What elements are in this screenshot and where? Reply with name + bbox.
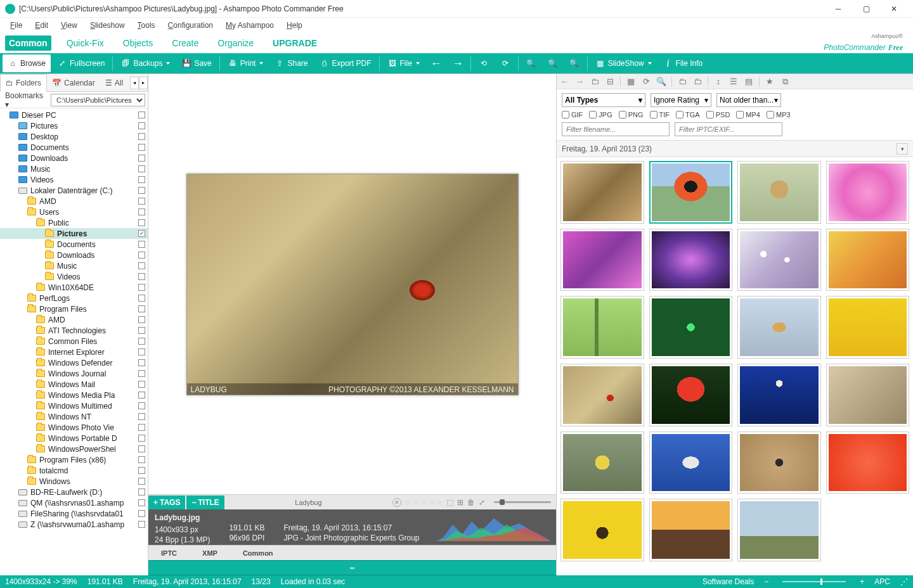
tab-objects[interactable]: Objects bbox=[119, 35, 157, 51]
software-deals-link[interactable]: Software Deals bbox=[703, 577, 754, 586]
thumbnail[interactable] bbox=[649, 161, 733, 224]
tree-node[interactable]: ATI Technologies bbox=[0, 325, 148, 336]
thumbnail[interactable] bbox=[560, 431, 644, 494]
tree-checkbox[interactable] bbox=[138, 133, 145, 140]
menu-my-ashampoo[interactable]: My Ashampoo bbox=[221, 20, 279, 31]
tree-node[interactable]: QM (\\ashsrvnas01.ashamp bbox=[0, 497, 148, 508]
close-button[interactable]: ✕ bbox=[880, 0, 908, 18]
bookmarks-dropdown[interactable]: Bookmarks ▾ bbox=[3, 90, 48, 110]
tree-node[interactable]: Windows Photo Vie bbox=[0, 422, 148, 433]
rotate-right-button[interactable]: ⟳ bbox=[495, 54, 515, 72]
tree-checkbox[interactable] bbox=[138, 144, 145, 151]
tree-checkbox[interactable] bbox=[138, 359, 145, 366]
meta-tab-iptc[interactable]: IPTC bbox=[148, 547, 190, 559]
tree-checkbox[interactable] bbox=[138, 198, 145, 205]
tree-node[interactable]: Documents bbox=[0, 239, 148, 250]
file-button[interactable]: 🖼File bbox=[382, 54, 425, 72]
next-button[interactable]: → bbox=[448, 54, 468, 72]
tree-checkbox[interactable] bbox=[138, 165, 145, 172]
folder-icon[interactable]: 🗀 bbox=[677, 77, 687, 87]
nav-back-icon[interactable]: ← bbox=[559, 77, 569, 87]
tab-scroll-left[interactable]: ◂ bbox=[130, 77, 139, 89]
tree-checkbox[interactable] bbox=[138, 338, 145, 345]
calendar-tab[interactable]: 📅Calendar bbox=[47, 74, 100, 92]
tree-checkbox[interactable] bbox=[138, 155, 145, 162]
tree-node[interactable]: Lokaler Datenträger (C:) bbox=[0, 185, 148, 196]
rating-stars[interactable]: ☆☆☆☆☆ bbox=[405, 498, 443, 507]
thumbnail[interactable] bbox=[649, 364, 733, 426]
thumbnail[interactable] bbox=[737, 499, 821, 561]
tree-checkbox[interactable] bbox=[138, 273, 145, 280]
grid-icon[interactable]: ▦ bbox=[626, 77, 636, 87]
add-tags-button[interactable]: +TAGS bbox=[148, 495, 185, 509]
tree-node[interactable]: Windows Defender bbox=[0, 357, 148, 368]
preview-area[interactable]: LADYBUGPHOTOGRAPHY ©2013 ALEXANDER KESSE… bbox=[148, 74, 556, 494]
tree-checkbox[interactable] bbox=[138, 284, 145, 291]
format-check-tga[interactable]: TGA bbox=[676, 111, 700, 118]
thumbnail[interactable] bbox=[737, 431, 821, 494]
tree-checkbox[interactable] bbox=[138, 521, 145, 528]
list-icon[interactable]: ☰ bbox=[728, 77, 739, 87]
tree-node[interactable]: Documents bbox=[0, 142, 148, 153]
tree-checkbox[interactable] bbox=[138, 370, 145, 377]
thumbnail[interactable] bbox=[560, 364, 644, 426]
print-button[interactable]: 🖶Print bbox=[223, 54, 269, 72]
tree-checkbox[interactable] bbox=[138, 478, 145, 485]
prev-button[interactable]: ← bbox=[426, 54, 446, 72]
thumbnail[interactable] bbox=[826, 229, 910, 291]
nav-fwd-icon[interactable]: → bbox=[574, 77, 585, 87]
format-check-mp3[interactable]: MP3 bbox=[767, 111, 791, 118]
menu-file[interactable]: File bbox=[5, 20, 27, 31]
tree-checkbox[interactable] bbox=[138, 122, 145, 129]
tree-checkbox[interactable] bbox=[138, 252, 145, 259]
tree-node[interactable]: Common Files bbox=[0, 336, 148, 347]
tree-node[interactable]: Windows Mail bbox=[0, 379, 148, 390]
format-check-gif[interactable]: GIF bbox=[562, 111, 583, 118]
tree-checkbox[interactable] bbox=[138, 510, 145, 517]
tree-node[interactable]: Windows Media Pla bbox=[0, 390, 148, 400]
thumbnail[interactable] bbox=[560, 296, 644, 359]
meta-tab-common[interactable]: Common bbox=[230, 547, 286, 559]
menu-configuration[interactable]: Configuration bbox=[163, 20, 218, 31]
thumbnail[interactable] bbox=[826, 364, 910, 426]
trash-icon[interactable]: 🗑 bbox=[467, 498, 475, 507]
tree-node[interactable]: totalcmd bbox=[0, 465, 148, 476]
tree-node[interactable]: Pictures bbox=[0, 228, 148, 239]
group-dropdown-icon[interactable]: ▾ bbox=[897, 143, 908, 155]
thumbnail[interactable] bbox=[649, 229, 733, 291]
tree-node[interactable]: AMD bbox=[0, 196, 148, 207]
filter-filename-input[interactable] bbox=[562, 122, 670, 136]
tree-node[interactable]: AMD bbox=[0, 314, 148, 325]
tree-node[interactable]: Program Files bbox=[0, 304, 148, 314]
tab-quick-fix[interactable]: Quick-Fix bbox=[63, 35, 108, 51]
tree-node[interactable]: Internet Explorer bbox=[0, 347, 148, 357]
zoom-in-button[interactable]: 🔍 bbox=[564, 54, 585, 72]
tree-checkbox[interactable] bbox=[138, 305, 145, 312]
preview-zoom-slider[interactable] bbox=[494, 501, 551, 503]
format-check-psd[interactable]: PSD bbox=[706, 111, 730, 118]
details-icon[interactable]: ▤ bbox=[744, 77, 754, 87]
save-button[interactable]: 💾Save bbox=[176, 54, 216, 72]
tree-checkbox[interactable] bbox=[138, 424, 145, 431]
export-pdf-button[interactable]: ⎙Export PDF bbox=[314, 54, 376, 72]
tree-node[interactable]: Pictures bbox=[0, 120, 148, 131]
backups-button[interactable]: 🗐Backups bbox=[115, 54, 175, 72]
slideshow-button[interactable]: ▦SlideShow bbox=[590, 54, 657, 72]
tree-node[interactable]: Windows Journal bbox=[0, 368, 148, 379]
tree-node[interactable]: Downloads bbox=[0, 250, 148, 260]
folder-tree[interactable]: Dieser PCPicturesDesktopDocumentsDownloa… bbox=[0, 108, 148, 575]
tree-node[interactable]: Public bbox=[0, 217, 148, 228]
menu-edit[interactable]: Edit bbox=[30, 20, 53, 31]
tree-checkbox[interactable] bbox=[138, 230, 145, 237]
menu-help[interactable]: Help bbox=[282, 20, 308, 31]
search-icon[interactable]: 🔍 bbox=[656, 77, 666, 87]
maximize-icon[interactable]: ⤢ bbox=[479, 498, 485, 507]
thumbnail[interactable] bbox=[649, 296, 733, 359]
format-check-jpg[interactable]: JPG bbox=[589, 111, 612, 118]
menu-slideshow[interactable]: Slideshow bbox=[85, 20, 130, 31]
filter-exif-input[interactable] bbox=[675, 122, 782, 136]
copy-icon[interactable]: ⧉ bbox=[780, 77, 790, 87]
sb-plus-icon[interactable]: + bbox=[860, 577, 864, 586]
path-select[interactable]: C:\Users\Public\Pictures bbox=[51, 94, 145, 106]
clear-button[interactable]: ✕ bbox=[392, 498, 401, 507]
